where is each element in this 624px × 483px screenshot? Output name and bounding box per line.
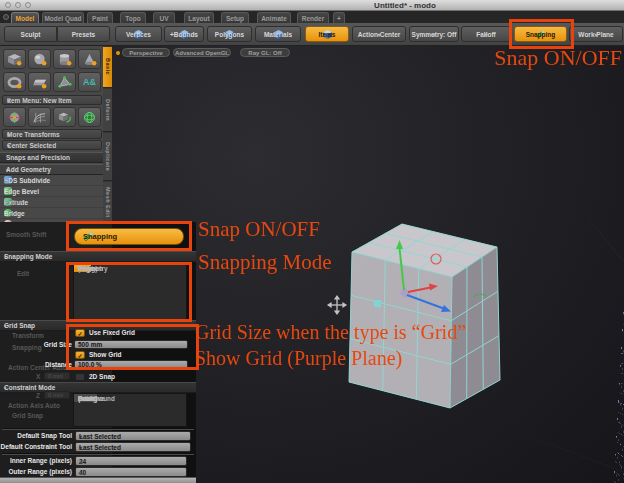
- ghost-action-axis-auto: Action Axis Auto: [8, 402, 60, 409]
- action-center-button[interactable]: Action Center: [352, 26, 406, 42]
- plane-primitive-icon[interactable]: [28, 72, 51, 92]
- falloff-button[interactable]: Falloff: [461, 26, 511, 42]
- vertices-mode-button[interactable]: Vertices: [115, 26, 162, 42]
- window-title: Untitled* - modo: [330, 1, 480, 10]
- constraint-mode-list[interactable]: (none) Guide Background Primitive: [73, 393, 187, 427]
- chevron-down-icon: [377, 31, 380, 38]
- polygons-mode-button[interactable]: Polygons: [207, 26, 252, 42]
- inner-range-label: Inner Range (pixels): [0, 457, 72, 464]
- presets-button[interactable]: Presets: [57, 26, 110, 42]
- bend-mesh-tool-icon[interactable]: [28, 107, 51, 127]
- window-bottom-edge: [0, 477, 196, 483]
- sketch-primitive-icon[interactable]: [53, 72, 76, 92]
- tab-paint[interactable]: Paint: [87, 12, 113, 23]
- work-plane-button[interactable]: Work Plane: [569, 26, 623, 42]
- tool-extrude[interactable]: ExtrudeShift-X: [0, 197, 103, 208]
- default-snap-tool-label: Default Snap Tool: [0, 432, 72, 439]
- close-window-icon[interactable]: [5, 2, 11, 8]
- tab-topo[interactable]: Topo: [120, 12, 146, 23]
- tab-layout[interactable]: Layout: [184, 12, 214, 23]
- viewport-perspective-pill[interactable]: Perspective: [122, 48, 170, 57]
- sphere-primitive-icon[interactable]: [28, 49, 51, 69]
- 2d-snap-checkbox[interactable]: [75, 373, 85, 381]
- zoom-window-icon[interactable]: [25, 2, 31, 8]
- snapping-mode-header[interactable]: Snapping Mode: [0, 251, 196, 262]
- ghost-transform: Transform: [12, 332, 44, 339]
- chevron-down-icon: [7, 97, 10, 104]
- snaps-precision-header[interactable]: Snaps and Precision: [0, 152, 103, 163]
- minimize-window-icon[interactable]: [15, 2, 21, 8]
- ghost-x-field: 0 mm: [44, 372, 70, 380]
- items-mode-button[interactable]: Items: [305, 26, 349, 42]
- cube-primitive-icon[interactable]: [3, 49, 26, 69]
- viewport-menu-dot-icon[interactable]: [116, 51, 120, 55]
- divider: [2, 428, 194, 430]
- spin-cube-tool-icon[interactable]: [53, 107, 76, 127]
- annotation-snapping-mode: Snapping Mode: [198, 250, 332, 275]
- tab-model[interactable]: Model: [11, 12, 39, 23]
- chevron-down-icon: [432, 31, 435, 38]
- bounds-mode-button[interactable]: +Bounds: [164, 26, 204, 42]
- viewport-raygl-pill[interactable]: Ray GL: Off: [240, 48, 290, 57]
- axis-sphere-tool-icon[interactable]: [3, 107, 26, 127]
- tab-setup[interactable]: Setup: [221, 12, 249, 23]
- text-tool-icon[interactable]: A&: [78, 72, 101, 92]
- viewport-opengl-pill[interactable]: Advanced OpenGL: [173, 48, 231, 57]
- chevron-down-icon: [7, 142, 10, 149]
- tab-render[interactable]: Render: [297, 12, 329, 23]
- tab-uv[interactable]: UV: [153, 12, 175, 23]
- annotation-grid-size: Grid Size when the type is “Grid”: [195, 321, 466, 344]
- tab-add[interactable]: +: [333, 12, 345, 23]
- constraint-mode-header[interactable]: Constraint Mode: [0, 382, 196, 393]
- vtab-deform[interactable]: Deform: [103, 89, 112, 132]
- modo-window: Untitled* - modo Model Model Quad Paint …: [0, 0, 624, 483]
- tool-bridge[interactable]: Bridge: [0, 208, 103, 219]
- layout-switcher-icon[interactable]: [3, 14, 9, 20]
- 2d-snap-label: 2D Snap: [89, 373, 115, 380]
- outer-range-field[interactable]: 40: [75, 467, 187, 477]
- chevron-down-icon: [484, 31, 487, 38]
- vtab-basic[interactable]: Basic: [103, 47, 112, 88]
- item-menu-dropdown[interactable]: Item Menu: New Item: [2, 95, 102, 105]
- annotation-show-grid: Show Grid (Purple Plane): [195, 347, 402, 370]
- stepper-icon[interactable]: [79, 458, 82, 465]
- tab-animate[interactable]: Animate: [257, 12, 291, 23]
- more-transforms-dropdown[interactable]: More Transforms: [2, 129, 102, 139]
- torus-primitive-icon[interactable]: [3, 72, 26, 92]
- symmetry-button[interactable]: Symmetry: Off: [409, 26, 459, 42]
- default-snap-tool-dropdown[interactable]: Last Selected: [75, 431, 191, 441]
- work-plane-grid: [613, 46, 624, 483]
- cylinder-primitive-icon[interactable]: [53, 49, 76, 69]
- default-constraint-tool-label: Default Constraint Tool: [0, 443, 72, 450]
- inner-range-field[interactable]: 24: [75, 456, 187, 466]
- ghost-edit: Edit: [17, 270, 29, 277]
- annotation-box-grid-settings: [66, 324, 199, 370]
- ghost-x-label: X: [36, 373, 40, 380]
- chevron-down-icon: [7, 131, 10, 138]
- vtab-mesh-edit[interactable]: Mesh Edit: [103, 182, 112, 224]
- tool-edge-bevel[interactable]: Edge Bevel: [0, 186, 103, 197]
- center-selected-dropdown[interactable]: Center Selected: [2, 140, 102, 150]
- vtab-duplicate[interactable]: Duplicate: [103, 133, 112, 181]
- ghost-smooth-shift: Smooth Shift: [6, 231, 46, 238]
- constraint-option-primitive[interactable]: Primitive: [74, 394, 105, 402]
- titlebar: Untitled* - modo: [0, 0, 624, 11]
- tab-model-quad[interactable]: Model Quad: [42, 12, 84, 23]
- annotation-box-snap-mode: [66, 262, 192, 322]
- chevron-down-icon: [79, 444, 82, 451]
- default-constraint-tool-dropdown[interactable]: Last Selected: [75, 442, 191, 452]
- material-sphere-tool-icon[interactable]: [78, 107, 101, 127]
- annotation-snap-top: Snap ON/OFF: [494, 45, 622, 71]
- ghost-z-label: Z: [36, 392, 40, 399]
- ghost-z-field: 0 mm: [44, 391, 70, 399]
- stepper-icon[interactable]: [79, 469, 82, 476]
- chevron-down-icon: [79, 433, 82, 440]
- annotation-box-snap-button: [66, 221, 192, 251]
- cone-primitive-icon[interactable]: [78, 49, 101, 69]
- sculpt-button[interactable]: Sculpt: [4, 26, 57, 42]
- add-geometry-header[interactable]: Add Geometry: [0, 164, 103, 175]
- tool-sds-subdivide[interactable]: SDS SubdivideD: [0, 175, 103, 186]
- ghost-grid-snap: Grid Snap: [12, 412, 43, 419]
- annotation-snap-mid: Snap ON/OFF: [198, 217, 320, 242]
- materials-mode-button[interactable]: Materials: [255, 26, 301, 42]
